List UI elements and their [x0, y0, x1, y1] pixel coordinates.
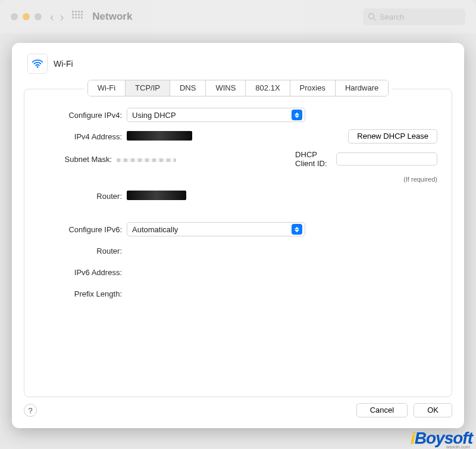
svg-point-2 — [37, 66, 39, 68]
tab-8021x[interactable]: 802.1X — [246, 80, 290, 96]
help-button[interactable]: ? — [24, 404, 37, 417]
tab-proxies[interactable]: Proxies — [290, 80, 336, 96]
tab-wifi[interactable]: Wi-Fi — [88, 80, 126, 96]
forward-icon[interactable]: › — [60, 10, 64, 24]
ipv6-address-label: IPv6 Address: — [39, 268, 127, 277]
tab-hardware[interactable]: Hardware — [336, 80, 388, 96]
tab-dns[interactable]: DNS — [170, 80, 206, 96]
network-sheet: Wi-Fi Wi-Fi TCP/IP DNS WINS 802.1X Proxi… — [12, 43, 464, 428]
show-all-icon[interactable] — [72, 11, 84, 23]
chevron-up-down-icon — [292, 224, 302, 235]
zoom-window-icon[interactable] — [35, 13, 42, 20]
svg-line-1 — [374, 18, 376, 21]
sheet-footer: ? Cancel OK — [24, 403, 452, 417]
ok-button[interactable]: OK — [414, 403, 452, 417]
tab-tcpip[interactable]: TCP/IP — [126, 80, 170, 96]
nav-arrows: ‹ › — [50, 10, 64, 24]
subnet-mask-label: Subnet Mask: — [39, 155, 117, 164]
ipv6-router-label: Router: — [39, 247, 127, 255]
wifi-icon — [27, 54, 48, 74]
sheet-header: Wi-Fi — [24, 54, 452, 74]
dhcp-client-id-input[interactable] — [336, 152, 437, 166]
search-input[interactable]: Search — [363, 8, 465, 25]
minimize-window-icon[interactable] — [23, 13, 30, 20]
window-title: Network — [92, 11, 132, 23]
subnet-mask-value — [117, 158, 176, 162]
configure-ipv6-select[interactable]: Automatically — [127, 222, 305, 236]
configure-ipv4-label: Configure IPv4: — [39, 111, 127, 120]
search-icon — [368, 13, 376, 21]
tab-bar: Wi-Fi TCP/IP DNS WINS 802.1X Proxies Har… — [87, 80, 389, 96]
prefix-length-label: Prefix Length: — [39, 289, 127, 298]
ipv4-router-value — [127, 191, 186, 200]
cancel-button[interactable]: Cancel — [356, 403, 408, 417]
ipv4-address-label: IPv4 Address: — [39, 132, 127, 141]
configure-ipv6-label: Configure IPv6: — [39, 225, 127, 234]
configure-ipv6-value: Automatically — [132, 225, 178, 234]
configure-ipv4-select[interactable]: Using DHCP — [127, 108, 305, 122]
dhcp-client-id-label: DHCP Client ID: — [295, 150, 331, 168]
ipv4-router-label: Router: — [39, 192, 127, 201]
renew-dhcp-lease-button[interactable]: Renew DHCP Lease — [348, 129, 437, 144]
back-icon[interactable]: ‹ — [50, 10, 54, 24]
parent-window-header: ‹ › Network Search — [0, 0, 476, 33]
tab-wins[interactable]: WINS — [206, 80, 246, 96]
close-window-icon[interactable] — [11, 13, 18, 20]
watermark-site: wsxdn.com — [446, 444, 470, 449]
tcpip-panel: Configure IPv4: Using DHCP IPv4 Address:… — [24, 89, 452, 397]
dhcp-client-id-hint: (If required) — [403, 176, 437, 183]
ipv4-address-value — [127, 131, 192, 141]
sheet-title: Wi-Fi — [54, 59, 73, 68]
chevron-up-down-icon — [292, 110, 302, 120]
configure-ipv4-value: Using DHCP — [132, 111, 176, 120]
help-icon: ? — [28, 406, 32, 415]
window-controls — [11, 13, 42, 20]
svg-point-0 — [369, 14, 374, 19]
search-placeholder: Search — [380, 13, 404, 21]
